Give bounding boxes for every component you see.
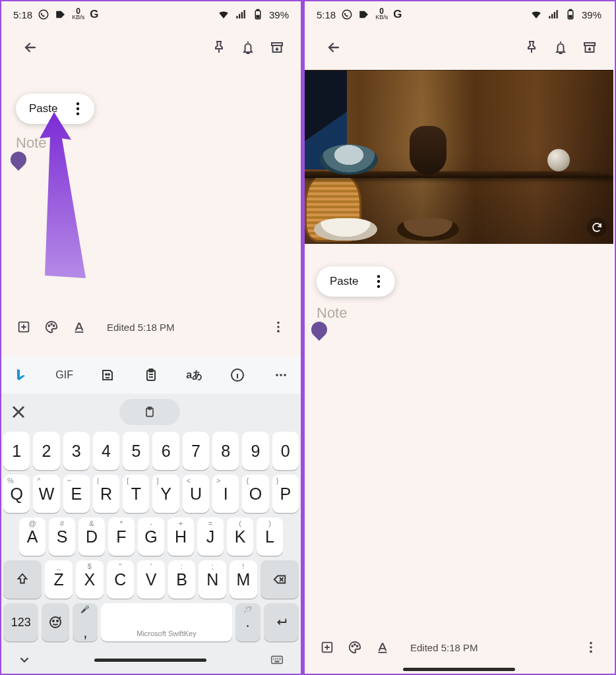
key-f[interactable]: *F: [108, 517, 135, 556]
clipboard-button[interactable]: [135, 363, 167, 387]
nav-bar: [1, 647, 301, 674]
key-o[interactable]: {O: [242, 475, 268, 513]
key-3[interactable]: 3: [63, 432, 90, 470]
home-indicator[interactable]: [403, 668, 515, 671]
key-6[interactable]: 6: [152, 432, 179, 470]
key-4[interactable]: 4: [93, 432, 119, 470]
home-indicator[interactable]: [94, 659, 206, 662]
status-time: 5:18: [317, 9, 336, 20]
wifi-icon: [530, 9, 542, 20]
svg-rect-44: [569, 10, 571, 11]
app-top-bar: [305, 25, 613, 70]
key-1[interactable]: 1: [3, 432, 30, 470]
wifi-icon: [218, 9, 230, 20]
svg-point-6: [77, 107, 79, 110]
paste-action[interactable]: Paste: [324, 275, 363, 288]
svg-point-56: [590, 646, 592, 649]
key-space[interactable]: Microsoft SwiftKey: [101, 603, 231, 641]
key-p[interactable]: }P: [272, 475, 299, 513]
key-enter[interactable]: [264, 603, 299, 641]
reminder-button[interactable]: [546, 33, 575, 62]
text-format-button[interactable]: [67, 315, 91, 339]
add-content-button[interactable]: [315, 635, 339, 659]
key-q[interactable]: %Q: [3, 475, 30, 513]
archive-button[interactable]: [262, 33, 292, 62]
info-button[interactable]: [222, 363, 253, 387]
note-overflow-button[interactable]: [266, 315, 290, 339]
palette-button[interactable]: [343, 635, 367, 659]
collapse-keyboard[interactable]: [17, 653, 32, 667]
svg-point-24: [284, 374, 286, 376]
svg-point-11: [51, 324, 52, 325]
pin-button[interactable]: [517, 33, 546, 62]
key-shift[interactable]: [3, 560, 42, 599]
translate-button[interactable]: aあ: [179, 363, 210, 387]
text-cursor-handle[interactable]: [7, 148, 30, 171]
bing-icon[interactable]: [5, 363, 37, 387]
svg-point-51: [352, 645, 353, 647]
key-2[interactable]: 2: [33, 432, 59, 470]
archive-button[interactable]: [575, 33, 604, 62]
key-k[interactable]: (K: [227, 517, 253, 556]
battery-pct: 39%: [582, 9, 601, 20]
key-i[interactable]: >I: [212, 475, 239, 513]
key-123[interactable]: 123: [3, 603, 38, 641]
key-d[interactable]: &D: [78, 517, 105, 556]
key-8[interactable]: 8: [212, 432, 239, 470]
key-s[interactable]: #S: [49, 517, 75, 556]
reminder-button[interactable]: [233, 33, 262, 62]
add-content-button[interactable]: [12, 315, 36, 339]
gif-button[interactable]: GIF: [49, 363, 80, 387]
text-format-button[interactable]: [371, 635, 394, 659]
svg-point-10: [48, 325, 49, 326]
tag-icon: [358, 9, 370, 20]
key-e[interactable]: ~E: [63, 475, 90, 513]
key-c[interactable]: "C: [107, 560, 135, 599]
key-a[interactable]: @A: [19, 517, 46, 556]
sync-image-icon[interactable]: [587, 218, 607, 237]
keyboard-toolbar: GIF aあ: [1, 357, 301, 394]
key-v[interactable]: 'V: [137, 560, 165, 599]
key-x[interactable]: $X: [76, 560, 104, 599]
clipboard-chip[interactable]: [119, 399, 180, 425]
palette-button[interactable]: [40, 315, 63, 339]
key-z[interactable]: _Z: [45, 560, 73, 599]
key-emoji[interactable]: [42, 603, 69, 641]
key-5[interactable]: 5: [123, 432, 149, 470]
key-.[interactable]: ,!?.: [235, 603, 261, 641]
toolbar-more[interactable]: [265, 363, 297, 387]
key-y[interactable]: ]Y: [152, 475, 179, 513]
key-7[interactable]: 7: [183, 432, 209, 470]
key-u[interactable]: <U: [183, 475, 209, 513]
key-n[interactable]: ;N: [199, 560, 226, 599]
key-l[interactable]: )L: [257, 517, 283, 556]
key-w[interactable]: ^W: [33, 475, 59, 513]
key-backspace[interactable]: [261, 560, 299, 599]
key-t[interactable]: [T: [123, 475, 149, 513]
key-m[interactable]: !M: [230, 560, 257, 599]
note-overflow-button[interactable]: [579, 635, 603, 659]
key-,[interactable]: 🎤,: [73, 603, 98, 641]
key-9[interactable]: 9: [242, 432, 268, 470]
key-j[interactable]: =J: [197, 517, 224, 556]
svg-point-32: [275, 658, 276, 659]
back-button[interactable]: [16, 33, 45, 62]
battery-pct: 39%: [269, 9, 289, 20]
key-0[interactable]: 0: [272, 432, 299, 470]
keyboard-switch-icon[interactable]: [269, 653, 285, 667]
sticker-button[interactable]: [92, 363, 123, 387]
note-placeholder[interactable]: Note: [317, 305, 347, 322]
signal-icon: [235, 9, 247, 20]
pin-button[interactable]: [204, 33, 233, 62]
dismiss-clip-chip[interactable]: [8, 401, 29, 423]
text-cursor-handle[interactable]: [308, 318, 330, 341]
key-b[interactable]: :B: [168, 560, 196, 599]
context-more[interactable]: [370, 273, 387, 290]
svg-point-40: [280, 659, 282, 660]
key-r[interactable]: |R: [93, 475, 119, 513]
pasted-image[interactable]: [305, 70, 613, 244]
key-g[interactable]: -G: [138, 517, 164, 556]
key-h[interactable]: +H: [168, 517, 194, 556]
svg-point-29: [57, 620, 58, 622]
back-button[interactable]: [319, 33, 348, 62]
